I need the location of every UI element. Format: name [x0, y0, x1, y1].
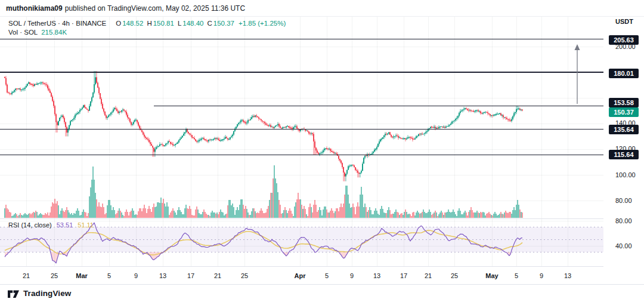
last-price-badge: 150.37	[609, 107, 639, 117]
time-tick: Apr	[295, 272, 306, 279]
time-tick: 13	[373, 272, 380, 279]
currency-label: USDT	[615, 18, 633, 25]
rsi-scale-label: 80.00	[615, 216, 632, 226]
price-change: +1.85 (+1.25%)	[239, 19, 286, 28]
rsi-legend: RSI (14, close) 53.51 51.11	[8, 221, 94, 229]
footer: TradingView	[0, 285, 644, 302]
tradingview-brand[interactable]: TradingView	[23, 289, 71, 298]
tradingview-logo-icon[interactable]	[7, 289, 20, 298]
price-scale-label: 100.00	[615, 170, 636, 180]
time-tick: 9	[540, 272, 543, 279]
price-level-badge: 180.01	[609, 69, 639, 78]
time-tick: 5	[325, 272, 329, 279]
ohlc-letter: C	[208, 20, 212, 27]
price-level-badge: 153.58	[609, 98, 639, 107]
price-level-badge: 205.63	[609, 35, 639, 45]
volume-label: Vol · SOL	[8, 28, 38, 37]
rsi-label: RSI (14, close)	[8, 221, 52, 229]
time-tick: May	[485, 272, 498, 279]
ohlc-letter: L	[178, 20, 181, 27]
rsi-ma-value: 51.11	[78, 221, 94, 229]
time-axis[interactable]: 2125Mar5913172125Apr5913172125May5913	[0, 267, 603, 284]
ohlc-value: 150.81	[153, 20, 174, 27]
time-tick: 13	[159, 272, 166, 279]
ohlc-values: O148.52H150.81L148.40C150.37	[112, 19, 234, 28]
publisher-username: muthonikiama09	[6, 4, 63, 13]
time-tick: 5	[515, 272, 518, 279]
price-level-badge: 115.64	[609, 150, 639, 159]
time-tick: 17	[400, 272, 407, 279]
publish-info: published on TradingView.com, May 02, 20…	[65, 4, 245, 13]
time-tick: 5	[107, 272, 111, 279]
time-tick: 25	[241, 272, 248, 279]
time-tick: 9	[134, 272, 138, 279]
time-tick: 21	[214, 272, 221, 279]
time-tick: 9	[350, 272, 354, 279]
time-tick: 17	[187, 272, 194, 279]
time-tick: 21	[23, 272, 30, 279]
symbol-title: SOL / TetherUS · 4h · BINANCE	[8, 19, 106, 28]
time-tick: 13	[564, 272, 571, 279]
price-chart-canvas[interactable]	[0, 0, 644, 302]
time-tick: 25	[451, 272, 458, 279]
time-tick: 25	[51, 272, 58, 279]
price-level-badge: 135.64	[609, 125, 639, 134]
price-axis[interactable]: USDT 200.00140.00120.00100.0080.0080.004…	[603, 17, 644, 284]
ohlc-letter: O	[116, 20, 121, 27]
volume-value: 215.84K	[41, 28, 67, 37]
rsi-scale-label: 40.00	[615, 241, 632, 251]
price-scale-label: 80.00	[615, 196, 632, 205]
publish-header: muthonikiama09 published on TradingView.…	[0, 0, 644, 17]
ohlc-value: 148.40	[182, 20, 203, 27]
time-tick: Mar	[76, 272, 88, 279]
ohlc-value: 150.37	[213, 20, 234, 27]
ohlc-value: 148.52	[122, 20, 143, 27]
ohlc-letter: H	[147, 20, 151, 27]
symbol-legend: SOL / TetherUS · 4h · BINANCE O148.52H15…	[8, 19, 286, 37]
time-tick: 21	[425, 272, 432, 279]
rsi-value: 53.51	[57, 221, 73, 229]
